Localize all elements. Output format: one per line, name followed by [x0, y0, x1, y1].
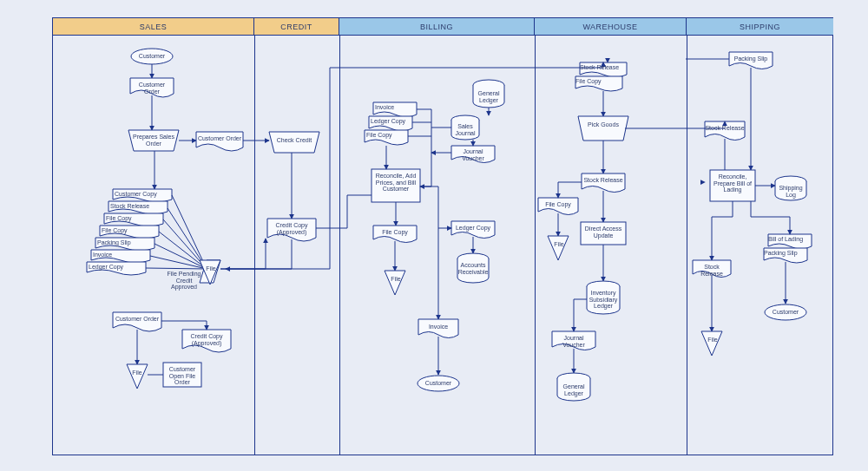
- svg-line-5: [172, 195, 207, 269]
- db-inventory: [587, 281, 620, 314]
- doc-invoice-2: [418, 319, 458, 338]
- doc-ledger-copy-2: [451, 221, 495, 239]
- svg-line-11: [146, 268, 207, 269]
- db-general-ledger: [473, 80, 504, 108]
- doc-stock-release-ship2: [693, 260, 731, 278]
- terminator-customer: [131, 49, 173, 64]
- doc-stack-warehouse-top: [575, 62, 627, 91]
- db-general-ledger-warehouse: [557, 373, 590, 401]
- file-triangle-warehouse: [548, 236, 569, 260]
- note-open-file-order: [163, 363, 201, 387]
- doc-stack-bol: [764, 234, 812, 263]
- db-sales-journal: [451, 115, 479, 140]
- doc-customer-order-3: [113, 312, 161, 331]
- doc-packing-slip-ship: [729, 52, 773, 69]
- file-triangle-sales2: [127, 364, 148, 389]
- doc-journal-voucher-billing: [451, 146, 495, 163]
- doc-customer-order: [130, 78, 174, 97]
- process-reconcile-bol: [710, 170, 755, 201]
- file-triangle-billing: [385, 271, 405, 295]
- db-shipping-log: [775, 176, 806, 200]
- process-pick-goods: [578, 116, 628, 141]
- doc-credit-copy-approved: [267, 219, 316, 241]
- doc-file-copy-billing: [373, 226, 417, 243]
- file-triangle-shipping: [701, 331, 722, 356]
- doc-customer-order-side: [196, 132, 243, 151]
- doc-journal-voucher-warehouse: [552, 331, 595, 350]
- terminator-customer-shipping: [765, 304, 806, 320]
- doc-stock-release-ship: [705, 121, 745, 141]
- db-accounts-receivable: [457, 253, 489, 283]
- process-prepare-sales-order: [128, 130, 179, 151]
- doc-file-copy-warehouse: [538, 198, 578, 215]
- process-check-credit: [269, 132, 319, 153]
- process-reconcile-bill: [372, 169, 420, 202]
- doc-credit-copy-approved-sales: [182, 330, 231, 352]
- doc-stock-release-2: [582, 173, 625, 193]
- process-direct-access-update: [581, 222, 626, 245]
- doc-stack-billing-top: [365, 102, 417, 145]
- diagram-canvas: [0, 0, 868, 471]
- terminator-customer-billing: [418, 376, 459, 391]
